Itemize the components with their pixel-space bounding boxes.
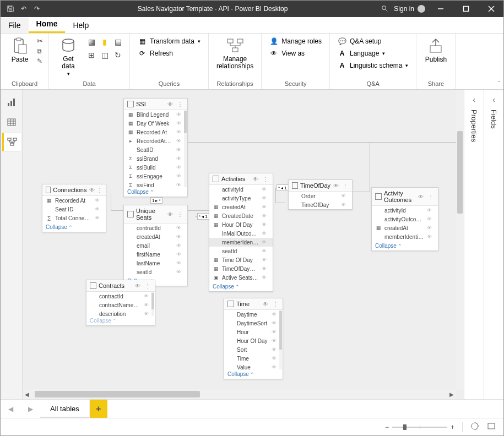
visibility-icon[interactable]: 👁	[134, 283, 142, 289]
add-tab-button[interactable]: +	[90, 400, 107, 418]
table-timeofday[interactable]: TimeOfDay👁⋮ Order👁TimeOfDay👁	[288, 179, 353, 210]
field-visibility-icon[interactable]: 👁	[262, 239, 269, 245]
table-time[interactable]: Time👁⋮ Daytime👁DaytimeSort👁Hour👁Hour Of …	[224, 298, 283, 379]
excel-source-icon[interactable]: ▦	[85, 36, 97, 48]
linguistic-schema-button[interactable]: A Linguistic schema ▾	[335, 60, 410, 71]
field-visibility-icon[interactable]: 👁	[262, 213, 269, 219]
field-row[interactable]: memberIdentityKey👁	[209, 238, 273, 247]
manage-relationships-button[interactable]: Manage relationships	[214, 36, 256, 71]
field-row[interactable]: activityOutcomeType👁	[372, 215, 438, 224]
field-visibility-icon[interactable]: 👁	[272, 356, 279, 361]
field-row[interactable]: ▦TimeOfDayOrder👁	[209, 264, 273, 273]
field-row[interactable]: contractNameWithAccessInfo👁	[86, 301, 155, 309]
collapse-link[interactable]: Collapse	[124, 187, 187, 197]
pbi-source-icon[interactable]: ▮	[99, 36, 111, 48]
field-row[interactable]: ΣssiBuild👁	[124, 163, 187, 172]
field-row[interactable]: ▦Day Of Week👁	[124, 119, 187, 128]
field-row[interactable]: Value👁	[224, 363, 283, 369]
field-visibility-icon[interactable]: 👁	[144, 302, 151, 308]
collapse-link[interactable]: Collapse	[372, 241, 438, 250]
field-row[interactable]: ▣Active Seats (no blanks)👁	[209, 273, 273, 282]
view-as-button[interactable]: 👁 View as	[267, 48, 324, 59]
more-icon[interactable]: ⋮	[272, 301, 279, 307]
fit-to-page-button[interactable]	[470, 422, 479, 432]
field-row[interactable]: ▦createdAt👁	[372, 224, 438, 232]
field-visibility-icon[interactable]: 👁	[176, 156, 184, 161]
table-activity-outcomes[interactable]: Activity Outcomes👁⋮ activityId👁activityO…	[371, 187, 438, 251]
field-visibility-icon[interactable]: 👁	[262, 275, 269, 280]
field-row[interactable]: Seat ID👁	[42, 205, 106, 214]
tab-help[interactable]: Help	[65, 18, 96, 33]
field-visibility-icon[interactable]: 👁	[176, 225, 184, 231]
properties-pane-collapsed[interactable]: ‹ Properties	[464, 90, 484, 399]
more-icon[interactable]: ⋮	[427, 194, 435, 200]
field-row[interactable]: activityType👁	[209, 194, 273, 203]
field-visibility-icon[interactable]: 👁	[262, 222, 269, 227]
field-row[interactable]: createdAt👁	[124, 232, 187, 241]
field-visibility-icon[interactable]: 👁	[176, 173, 184, 179]
tab-file[interactable]: File	[1, 18, 29, 33]
field-row[interactable]: ∑Total Connections👁	[42, 214, 106, 222]
more-icon[interactable]: ⋮	[262, 176, 269, 182]
field-visibility-icon[interactable]: 👁	[272, 329, 279, 335]
collapse-link[interactable]: Collapse	[86, 316, 155, 325]
field-visibility-icon[interactable]: 👁	[144, 293, 151, 299]
field-row[interactable]: ▦Time Of Day👁	[209, 255, 273, 264]
field-row[interactable]: activityId👁	[372, 206, 438, 215]
table-unique-seats[interactable]: Unique Seats👁⋮ contractId👁createdAt👁emai…	[123, 205, 188, 286]
get-data-button[interactable]: Get data ▾	[55, 36, 82, 78]
horizontal-scrollbar[interactable]: ◀ ▶	[23, 389, 456, 399]
redo-icon[interactable]: ↷	[31, 3, 42, 14]
copy-icon[interactable]: ⧉	[37, 47, 43, 55]
field-visibility-icon[interactable]: 👁	[144, 311, 151, 316]
field-row[interactable]: contractId👁	[86, 292, 155, 301]
field-row[interactable]: ΣssiBrand👁	[124, 154, 187, 163]
tab-home[interactable]: Home	[29, 16, 66, 33]
field-row[interactable]: Hour👁	[224, 328, 283, 336]
model-view-button[interactable]	[2, 133, 21, 151]
zoom-in-button[interactable]: +	[451, 423, 454, 431]
close-button[interactable]	[479, 1, 503, 17]
field-row[interactable]: contractId👁	[124, 224, 187, 232]
field-visibility-icon[interactable]: 👁	[176, 243, 184, 248]
publish-button[interactable]: Publish	[422, 36, 449, 64]
search-icon[interactable]	[378, 4, 391, 14]
more-icon[interactable]: ⋮	[176, 211, 184, 217]
field-row[interactable]: seatId👁	[209, 247, 273, 255]
collapse-ribbon-button[interactable]: ˆ	[498, 80, 500, 87]
field-visibility-icon[interactable]: 👁	[176, 121, 184, 126]
field-visibility-icon[interactable]: 👁	[272, 347, 279, 352]
refresh-button[interactable]: ⟳ Refresh	[136, 48, 203, 59]
visibility-icon[interactable]: 👁	[417, 194, 425, 200]
field-row[interactable]: Daytime👁	[224, 310, 283, 319]
tab-nav-prev[interactable]: ◀	[1, 400, 20, 418]
field-visibility-icon[interactable]: 👁	[95, 198, 102, 203]
zoom-track[interactable]	[392, 427, 447, 428]
field-row[interactable]: ▦createdAt👁	[209, 203, 273, 211]
data-view-button[interactable]	[2, 113, 21, 132]
paste-button[interactable]: Paste	[6, 36, 34, 64]
field-visibility-icon[interactable]: 👁	[176, 234, 184, 239]
field-visibility-icon[interactable]: 👁	[427, 216, 435, 222]
field-row[interactable]: ▦Recorded At👁	[124, 128, 187, 137]
field-visibility-icon[interactable]: 👁	[341, 202, 349, 208]
field-row[interactable]: ΣssiEngage👁	[124, 172, 187, 181]
chevron-left-icon[interactable]: ‹	[492, 95, 495, 104]
chevron-left-icon[interactable]: ‹	[473, 95, 475, 104]
collapse-link[interactable]: Collapse	[209, 282, 273, 291]
visibility-icon[interactable]: 👁	[89, 187, 94, 193]
field-row[interactable]: ▦Hour Of Day👁	[209, 220, 273, 229]
visibility-icon[interactable]: 👁	[333, 183, 339, 189]
field-visibility-icon[interactable]: 👁	[176, 138, 184, 144]
field-row[interactable]: DaytimeSort👁	[224, 319, 283, 328]
collapse-link[interactable]: Collapse	[224, 369, 283, 379]
transform-data-button[interactable]: ▦ Transform data ▾	[136, 36, 203, 47]
recent-sources-icon[interactable]: ↻	[112, 49, 124, 61]
field-visibility-icon[interactable]: 👁	[262, 195, 269, 201]
field-row[interactable]: firstName👁	[124, 250, 187, 259]
field-visibility-icon[interactable]: 👁	[95, 206, 102, 212]
field-visibility-icon[interactable]: 👁	[176, 129, 184, 135]
visibility-icon[interactable]: 👁	[262, 301, 269, 307]
field-visibility-icon[interactable]: 👁	[176, 269, 184, 275]
fullscreen-button[interactable]	[487, 422, 496, 432]
